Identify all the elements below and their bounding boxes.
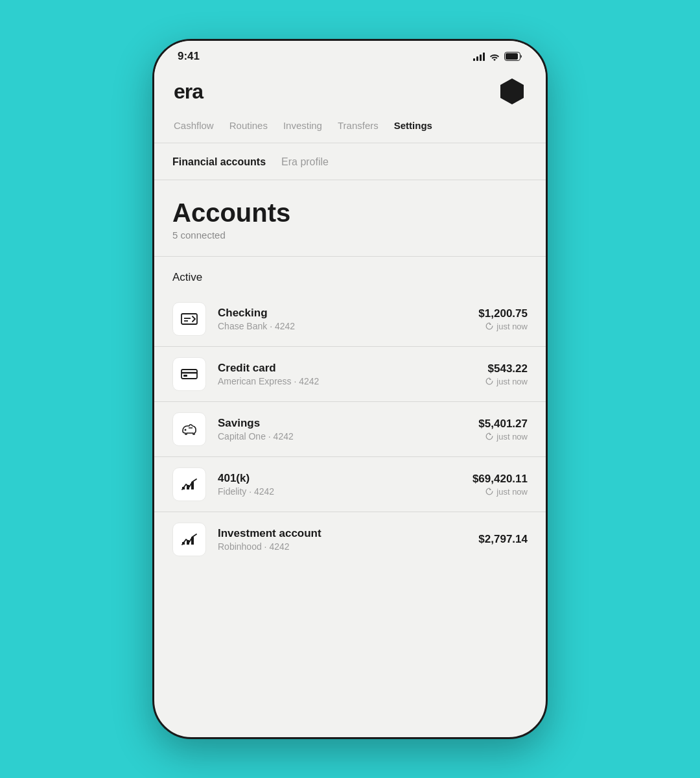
svg-rect-13 xyxy=(191,482,194,489)
credit-card-icon-wrap xyxy=(172,357,206,391)
checking-amount: $1,200.75 xyxy=(478,307,528,320)
svg-rect-1 xyxy=(506,53,518,60)
savings-amount: $5,401.27 xyxy=(478,418,528,430)
account-item-credit-card[interactable]: Credit card American Express · 4242 $543… xyxy=(154,347,546,402)
credit-card-right: $543.22 just now xyxy=(485,362,528,386)
wifi-icon xyxy=(489,52,500,61)
credit-card-icon xyxy=(180,365,198,383)
credit-card-amount: $543.22 xyxy=(485,362,528,375)
tab-routines[interactable]: Routines xyxy=(223,117,274,134)
account-list: Checking Chase Bank · 4242 $1,200.75 jus… xyxy=(154,292,546,567)
accounts-title: Accounts xyxy=(172,198,528,227)
investment-right: $2,797.14 xyxy=(478,533,528,546)
401k-name: 401(k) xyxy=(218,472,472,485)
401k-icon xyxy=(180,475,198,493)
sub-tab-era-profile[interactable]: Era profile xyxy=(281,156,329,168)
status-icons xyxy=(473,52,522,61)
savings-sync: just now xyxy=(478,432,528,442)
checking-icon xyxy=(180,310,198,328)
sub-tab-financial-accounts[interactable]: Financial accounts xyxy=(172,156,266,168)
signal-icon xyxy=(473,52,485,61)
status-bar: 9:41 xyxy=(154,41,546,69)
401k-info: 401(k) Fidelity · 4242 xyxy=(218,472,472,497)
svg-marker-2 xyxy=(500,78,524,104)
sync-icon-4 xyxy=(485,487,494,496)
svg-rect-16 xyxy=(191,537,194,545)
sync-icon xyxy=(485,322,494,331)
investment-info: Investment account Robinhood · 4242 xyxy=(218,527,478,552)
checking-detail: Chase Bank · 4242 xyxy=(218,321,478,331)
401k-sync-text: just now xyxy=(496,487,528,497)
savings-right: $5,401.27 just now xyxy=(478,418,528,442)
401k-amount: $69,420.11 xyxy=(472,473,528,486)
svg-rect-12 xyxy=(187,485,189,489)
credit-card-sync: just now xyxy=(485,377,528,386)
sync-icon-3 xyxy=(485,432,494,441)
savings-name: Savings xyxy=(218,417,478,430)
checking-icon-wrap xyxy=(172,302,206,336)
svg-rect-11 xyxy=(182,487,185,489)
savings-sync-text: just now xyxy=(496,432,528,442)
phone-frame: 9:41 era xyxy=(152,39,548,739)
checking-right: $1,200.75 just now xyxy=(478,307,528,331)
checking-sync-text: just now xyxy=(496,322,528,331)
401k-sync: just now xyxy=(472,487,528,497)
section-active-label: Active xyxy=(154,257,546,292)
401k-detail: Fidelity · 4242 xyxy=(218,486,472,497)
svg-rect-14 xyxy=(182,542,185,545)
app-header: era xyxy=(154,69,546,117)
credit-card-sync-text: just now xyxy=(496,377,528,386)
sub-tabs: Financial accounts Era profile xyxy=(154,143,546,180)
investment-detail: Robinhood · 4242 xyxy=(218,541,478,552)
svg-point-9 xyxy=(185,429,187,431)
account-item-checking[interactable]: Checking Chase Bank · 4242 $1,200.75 jus… xyxy=(154,292,546,347)
credit-card-detail: American Express · 4242 xyxy=(218,376,485,386)
credit-card-info: Credit card American Express · 4242 xyxy=(218,362,485,386)
checking-sync: just now xyxy=(478,322,528,331)
accounts-header: Accounts 5 connected xyxy=(154,180,546,257)
tab-transfers[interactable]: Transfers xyxy=(331,117,385,134)
tab-settings[interactable]: Settings xyxy=(388,117,439,134)
app-logo: era xyxy=(174,80,203,104)
svg-rect-15 xyxy=(187,540,189,545)
investment-icon-wrap xyxy=(172,523,206,556)
account-item-investment[interactable]: Investment account Robinhood · 4242 $2,7… xyxy=(154,512,546,567)
battery-icon xyxy=(504,52,522,61)
savings-icon-wrap xyxy=(172,412,206,446)
savings-icon xyxy=(180,420,198,438)
account-item-401k[interactable]: 401(k) Fidelity · 4242 $69,420.11 just n… xyxy=(154,457,546,512)
investment-name: Investment account xyxy=(218,527,478,540)
savings-info: Savings Capital One · 4242 xyxy=(218,417,478,442)
401k-right: $69,420.11 just now xyxy=(472,473,528,497)
account-item-savings[interactable]: Savings Capital One · 4242 $5,401.27 jus… xyxy=(154,402,546,457)
accounts-subtitle: 5 connected xyxy=(172,230,528,241)
credit-card-name: Credit card xyxy=(218,362,485,375)
nav-tabs: Cashflow Routines Investing Transfers Se… xyxy=(154,117,546,143)
savings-detail: Capital One · 4242 xyxy=(218,431,478,442)
checking-name: Checking xyxy=(218,307,478,320)
status-time: 9:41 xyxy=(178,50,200,63)
tab-investing[interactable]: Investing xyxy=(277,117,329,134)
svg-rect-8 xyxy=(183,375,187,377)
sync-icon-2 xyxy=(485,377,494,386)
svg-rect-6 xyxy=(181,370,197,379)
tab-cashflow[interactable]: Cashflow xyxy=(167,117,220,134)
investment-amount: $2,797.14 xyxy=(478,533,528,546)
investment-icon xyxy=(180,530,198,548)
401k-icon-wrap xyxy=(172,467,206,501)
checking-info: Checking Chase Bank · 4242 xyxy=(218,307,478,331)
hexagon-icon[interactable] xyxy=(498,77,526,106)
